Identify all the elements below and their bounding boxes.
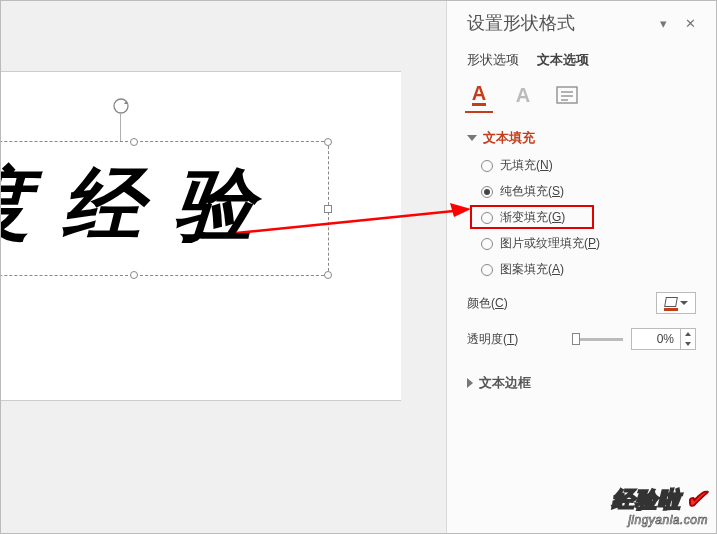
radio-solid-fill[interactable]: 纯色填充(S) (481, 183, 696, 200)
radio-picture-fill[interactable]: 图片或纹理填充(P) (481, 235, 696, 252)
section-text-outline: 文本边框 (467, 374, 696, 392)
radio-picture-fill-label: 图片或纹理填充(P) (500, 235, 600, 252)
text-effects-icon (556, 85, 578, 105)
bucket-icon (664, 296, 678, 310)
tab-shape-options[interactable]: 形状选项 (467, 51, 519, 69)
chevron-down-icon (680, 301, 688, 305)
color-label: 颜色(C) (467, 295, 508, 312)
radio-icon (481, 160, 493, 172)
resize-handle-bottom-right[interactable] (324, 271, 332, 279)
svg-point-0 (114, 99, 128, 113)
section-text-fill-header[interactable]: 文本填充 (467, 129, 696, 147)
rotation-stem (120, 114, 121, 141)
text-outline-icon: A (516, 86, 530, 104)
transparency-slider[interactable] (575, 338, 623, 341)
panel-menu-icon[interactable]: ▾ (660, 16, 667, 31)
caret-down-icon (467, 135, 477, 141)
icon-tab-text-fill[interactable]: A (467, 83, 491, 107)
option-tabs: 形状选项 文本选项 (467, 51, 696, 69)
fill-radio-list: 无填充(N) 纯色填充(S) 渐变填充(G) 图片或纹理填充(P) 图案填充(A… (467, 157, 696, 278)
radio-icon (481, 186, 493, 198)
section-text-fill: 文本填充 无填充(N) 纯色填充(S) 渐变填充(G) 图片或纹理填充(P) 图… (467, 129, 696, 350)
radio-no-fill[interactable]: 无填充(N) (481, 157, 696, 174)
radio-gradient-fill[interactable]: 渐变填充(G) (481, 209, 696, 226)
transparency-field: 透明度(T) 0% (467, 328, 696, 350)
spinner-down[interactable] (681, 339, 695, 349)
textbox-selection[interactable]: 度 经 验 (0, 141, 329, 276)
format-shape-panel: 设置形状格式 ▾ ✕ 形状选项 文本选项 A A 文本填充 (446, 1, 716, 534)
slider-handle[interactable] (572, 333, 580, 345)
transparency-label: 透明度(T) (467, 331, 518, 348)
section-text-outline-header[interactable]: 文本边框 (467, 374, 696, 392)
icon-tab-text-outline[interactable]: A (511, 83, 535, 107)
textbox-text[interactable]: 度 经 验 (0, 152, 260, 260)
canvas-area: 度 经 验 (1, 1, 448, 534)
icon-tabs: A A (467, 83, 696, 107)
radio-gradient-fill-label: 渐变填充(G) (500, 209, 565, 226)
section-text-fill-title: 文本填充 (483, 129, 535, 147)
tab-text-options[interactable]: 文本选项 (537, 51, 589, 69)
caret-right-icon (467, 378, 473, 388)
radio-icon (481, 238, 493, 250)
icon-tab-text-effects[interactable] (555, 83, 579, 107)
text-fill-icon: A (472, 84, 486, 106)
color-field: 颜色(C) (467, 292, 696, 314)
resize-handle-top-right[interactable] (324, 138, 332, 146)
transparency-spinner[interactable]: 0% (631, 328, 696, 350)
radio-no-fill-label: 无填充(N) (500, 157, 553, 174)
section-text-outline-title: 文本边框 (479, 374, 531, 392)
radio-pattern-fill[interactable]: 图案填充(A) (481, 261, 696, 278)
rotation-handle[interactable] (111, 96, 131, 116)
panel-header: 设置形状格式 ▾ ✕ (467, 11, 696, 35)
radio-pattern-fill-label: 图案填充(A) (500, 261, 564, 278)
spinner-up[interactable] (681, 329, 695, 339)
panel-close-icon[interactable]: ✕ (685, 16, 696, 31)
resize-handle-bottom[interactable] (130, 271, 138, 279)
radio-icon (481, 212, 493, 224)
transparency-value: 0% (632, 332, 680, 346)
color-button[interactable] (656, 292, 696, 314)
panel-title: 设置形状格式 (467, 11, 575, 35)
resize-handle-top[interactable] (130, 138, 138, 146)
resize-handle-right[interactable] (324, 205, 332, 213)
radio-solid-fill-label: 纯色填充(S) (500, 183, 564, 200)
radio-icon (481, 264, 493, 276)
